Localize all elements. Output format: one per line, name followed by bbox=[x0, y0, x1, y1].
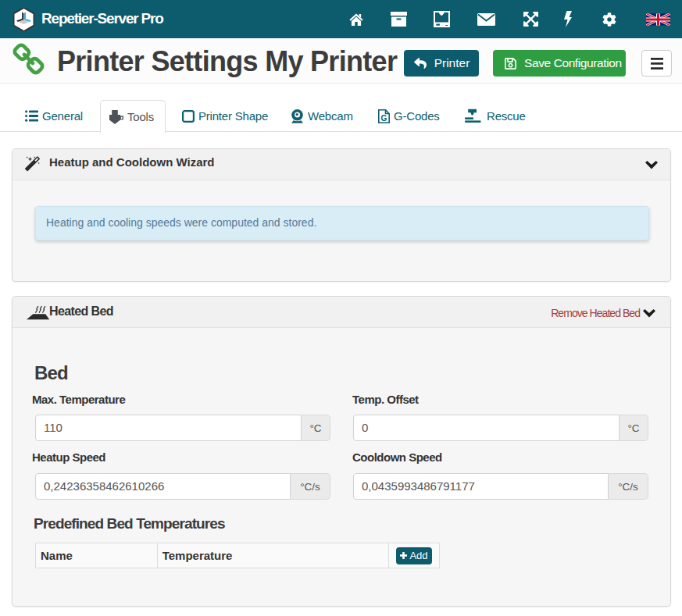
svg-text:G: G bbox=[381, 113, 387, 122]
